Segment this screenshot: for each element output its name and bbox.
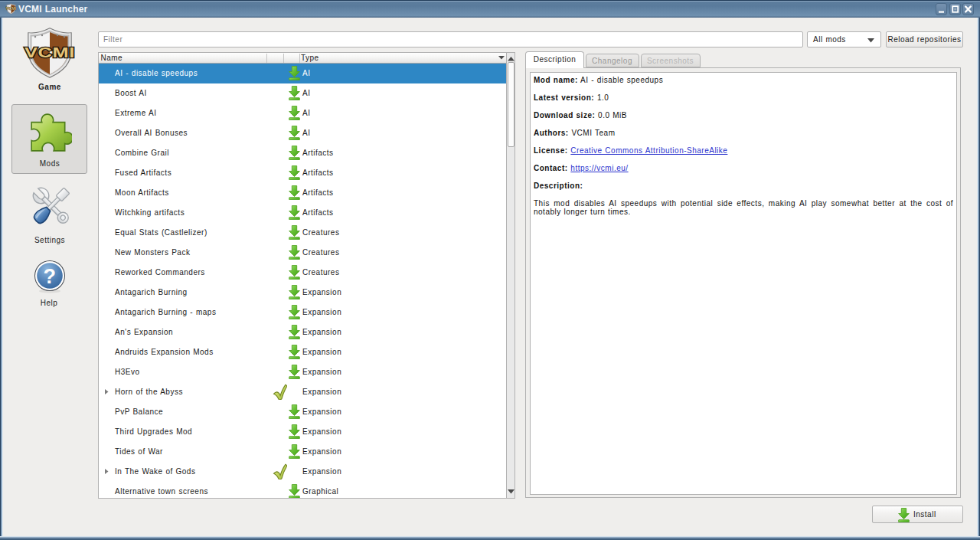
svg-text:?: ? [44, 265, 57, 288]
svg-text:VCMI: VCMI [6, 6, 17, 11]
svg-text:VCMI: VCMI [24, 44, 75, 61]
